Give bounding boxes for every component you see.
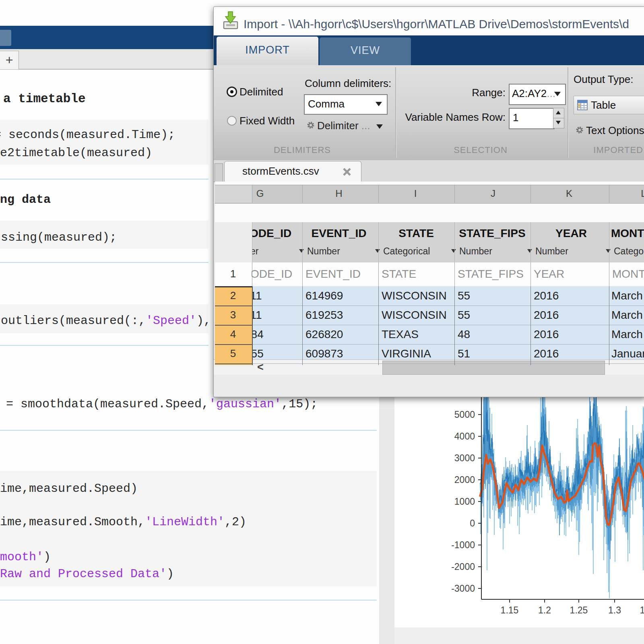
- svg-text:-1000: -1000: [451, 540, 475, 550]
- svg-text:1000: 1000: [454, 496, 475, 507]
- svg-text:0: 0: [470, 518, 475, 528]
- svg-text:1.35: 1.35: [640, 605, 644, 615]
- svg-text:5000: 5000: [454, 409, 475, 420]
- svg-text:4000: 4000: [454, 431, 475, 442]
- svg-text:3000: 3000: [454, 453, 475, 463]
- svg-text:1.15: 1.15: [501, 605, 519, 615]
- svg-text:-2000: -2000: [451, 561, 475, 572]
- svg-text:1.25: 1.25: [570, 605, 588, 615]
- svg-text:-3000: -3000: [451, 583, 475, 594]
- svg-text:1.3: 1.3: [608, 605, 621, 615]
- svg-text:1.2: 1.2: [538, 605, 551, 615]
- svg-text:2000: 2000: [454, 475, 475, 485]
